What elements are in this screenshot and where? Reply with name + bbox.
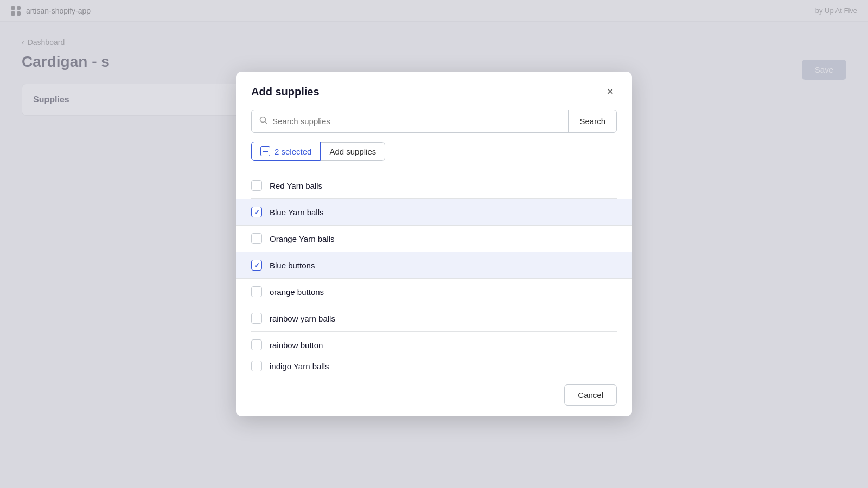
checkbox-orange-yarn-balls[interactable]	[251, 233, 262, 244]
list-item[interactable]: rainbow yarn balls	[251, 305, 617, 332]
search-row: Search	[251, 110, 617, 133]
selected-count-label: 2 selected	[275, 147, 311, 156]
cancel-button[interactable]: Cancel	[564, 384, 617, 406]
supply-name: indigo Yarn balls	[270, 362, 329, 371]
supply-name: rainbow button	[270, 341, 323, 350]
search-icon	[259, 116, 268, 127]
minus-line	[263, 151, 268, 152]
list-item[interactable]: ✓ Blue buttons	[236, 252, 632, 279]
modal-header: Add supplies ×	[236, 72, 632, 110]
supply-name: Blue buttons	[270, 261, 315, 270]
svg-line-1	[265, 121, 267, 124]
list-item[interactable]: orange buttons	[251, 279, 617, 305]
list-item[interactable]: Red Yarn balls	[251, 172, 617, 199]
supply-list: Red Yarn balls ✓ Blue Yarn balls Orange …	[251, 172, 617, 374]
list-item[interactable]: ✓ Blue Yarn balls	[236, 199, 632, 226]
minus-icon	[260, 146, 270, 156]
list-item[interactable]: indigo Yarn balls	[251, 358, 617, 374]
checkbox-orange-buttons[interactable]	[251, 286, 262, 297]
checkbox-red-yarn-balls[interactable]	[251, 180, 262, 191]
supply-name: Red Yarn balls	[270, 181, 322, 190]
checkbox-indigo-yarn-balls[interactable]	[251, 361, 262, 371]
checkbox-blue-buttons[interactable]: ✓	[251, 260, 262, 271]
checkbox-rainbow-button[interactable]	[251, 339, 262, 350]
modal-title: Add supplies	[251, 86, 320, 98]
modal-close-button[interactable]: ×	[603, 85, 617, 99]
selected-badge[interactable]: 2 selected	[251, 142, 321, 161]
add-supplies-modal: Add supplies × Search	[236, 72, 632, 416]
checkmark-icon: ✓	[254, 261, 260, 269]
modal-body: Search 2 selected Add supplies Red Yarn …	[236, 110, 632, 374]
list-item[interactable]: Orange Yarn balls	[251, 226, 617, 252]
search-button[interactable]: Search	[569, 110, 616, 132]
search-input[interactable]	[272, 110, 560, 132]
checkbox-rainbow-yarn-balls[interactable]	[251, 313, 262, 324]
supply-name: rainbow yarn balls	[270, 314, 335, 323]
selection-bar: 2 selected Add supplies	[251, 142, 617, 161]
list-item[interactable]: rainbow button	[251, 332, 617, 358]
modal-footer: Cancel	[236, 374, 632, 416]
checkbox-blue-yarn-balls[interactable]: ✓	[251, 207, 262, 217]
checkmark-icon: ✓	[254, 208, 260, 216]
supply-name: Orange Yarn balls	[270, 234, 335, 243]
modal-add-supplies-button[interactable]: Add supplies	[321, 142, 385, 161]
supply-name: Blue Yarn balls	[270, 208, 324, 217]
search-input-wrapper	[252, 110, 568, 132]
supply-name: orange buttons	[270, 287, 324, 297]
